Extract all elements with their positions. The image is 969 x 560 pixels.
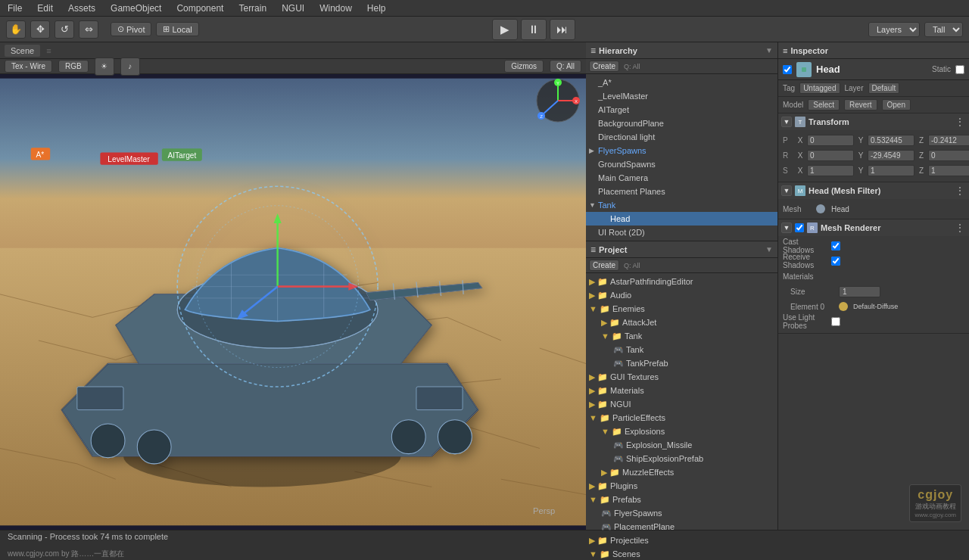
scale-z-field[interactable] <box>928 165 969 176</box>
local-icon: ⊞ <box>163 24 170 34</box>
menu-gameobject[interactable]: GameObject <box>107 2 164 15</box>
mesh-renderer-enabled-checkbox[interactable] <box>795 223 804 232</box>
menu-assets[interactable]: Assets <box>65 2 98 15</box>
receive-shadows-checkbox[interactable] <box>831 257 840 266</box>
light-btn[interactable]: ☀ <box>95 58 114 76</box>
hierarchy-item-placementplanes[interactable]: Placement Planes <box>586 185 777 198</box>
transform-menu-btn[interactable]: ⋮ <box>954 116 966 128</box>
layers-dropdown[interactable]: Layers <box>868 22 920 37</box>
play-button[interactable]: ▶ <box>492 19 518 40</box>
scale-x-field[interactable] <box>807 165 854 176</box>
project-create-btn[interactable]: Create <box>589 260 619 271</box>
project-item-materials[interactable]: ▶ 📁 Materials <box>586 384 777 397</box>
pivot-btn[interactable]: ⊙ Pivot <box>111 22 151 36</box>
project-item-tank-folder[interactable]: ▼ 📁 Tank <box>586 329 777 343</box>
mesh-row: Mesh Head <box>783 202 964 216</box>
static-checkbox[interactable] <box>955 65 964 74</box>
menu-help[interactable]: Help <box>364 2 389 15</box>
hierarchy-content: _A* _LevelMaster AITarget BackgroundPlan… <box>586 74 777 241</box>
hierarchy-item-levelmaster[interactable]: _LevelMaster <box>586 89 777 103</box>
hierarchy-header: ≡ Hierarchy ▼ <box>586 42 777 59</box>
color-mode-btn[interactable]: RGB <box>58 60 89 73</box>
rot-z-field[interactable] <box>928 150 969 161</box>
view-mode-btn[interactable]: Tex - Wire <box>5 60 52 73</box>
hierarchy-item-label: BackgroundPlane <box>598 119 664 128</box>
project-item-flyerspawns-file[interactable]: 🎮 FlyerSpawns <box>586 506 777 520</box>
search-btn[interactable]: Q: All <box>550 60 581 73</box>
project-item-prefabs[interactable]: ▼ 📁 Prefabs <box>586 493 777 506</box>
hierarchy-item-tank[interactable]: ▼ Tank <box>586 198 777 212</box>
object-active-checkbox[interactable] <box>783 65 792 74</box>
local-btn[interactable]: ⊞ Local <box>156 22 198 36</box>
audio-btn[interactable]: ♪ <box>120 58 140 76</box>
hierarchy-item-flyerspawns[interactable]: ▶ FlyerSpawns <box>586 144 777 157</box>
menu-ngui[interactable]: NGUI <box>279 2 307 15</box>
transform-toggle[interactable]: ▼ <box>781 117 792 127</box>
folder-icon: ▶ 📁 <box>589 372 608 382</box>
project-item-plugins[interactable]: ▶ 📁 Plugins <box>586 479 777 493</box>
hierarchy-item-astar[interactable]: _A* <box>586 76 777 89</box>
use-light-probes-checkbox[interactable] <box>831 317 840 326</box>
inspector-header-icon: ≡ <box>783 46 787 55</box>
project-item-ship-explosion[interactable]: 🎮 ShipExplosionPrefab <box>586 452 777 465</box>
project-item-attackjet[interactable]: ▶ 📁 AttackJet <box>586 316 777 329</box>
project-close-icon[interactable]: ▼ <box>765 245 773 254</box>
hierarchy-item-bgplane[interactable]: BackgroundPlane <box>586 117 777 130</box>
scale-tool-btn[interactable]: ⇔ <box>79 20 98 39</box>
scale-y-field[interactable] <box>868 165 914 176</box>
rotate-tool-btn[interactable]: ↺ <box>55 20 74 39</box>
project-item-gui-textures[interactable]: ▶ 📁 GUI Textures <box>586 370 777 384</box>
rot-x-field[interactable] <box>807 150 854 161</box>
move-tool-btn[interactable]: ✥ <box>30 20 50 39</box>
hierarchy-item-maincamera[interactable]: Main Camera <box>586 171 777 185</box>
transform-header[interactable]: ▼ T Transform ⋮ <box>778 114 969 130</box>
scene-canvas[interactable]: A* LevelMaster AITarget Persp Y <box>0 74 586 530</box>
project-item-astar-editor[interactable]: ▶ 📁 AstarPathfindingEditor <box>586 275 777 288</box>
project-item-tank-sub[interactable]: 🎮 Tank <box>586 343 777 356</box>
scene-tab[interactable]: Scene <box>5 45 40 57</box>
menu-component[interactable]: Component <box>173 2 226 15</box>
hierarchy-item-dirlight[interactable]: Directional light <box>586 130 777 144</box>
mesh-renderer-toggle[interactable]: ▼ <box>781 222 792 233</box>
project-item-explosion-missile[interactable]: 🎮 Explosion_Missile <box>586 438 777 452</box>
hierarchy-item-uiroot[interactable]: UI Root (2D) <box>586 226 777 239</box>
pause-button[interactable]: ⏸ <box>521 19 547 40</box>
menu-file[interactable]: File <box>5 2 25 15</box>
project-item-tankprefab[interactable]: 🎮 TankPrefab <box>586 356 777 370</box>
project-item-explosions[interactable]: ▼ 📁 Explosions <box>586 425 777 438</box>
project-item-muzzle[interactable]: ▶ 📁 MuzzleEffects <box>586 465 777 479</box>
project-item-ngui[interactable]: ▶ 📁 NGUI <box>586 397 777 411</box>
menu-terrain[interactable]: Terrain <box>235 2 270 15</box>
pos-y-field[interactable] <box>868 135 914 146</box>
menu-edit[interactable]: Edit <box>34 2 56 15</box>
project-item-particle-effects[interactable]: ▼ 📁 ParticleEffects <box>586 411 777 425</box>
open-btn[interactable]: Open <box>882 99 911 110</box>
mesh-renderer-header[interactable]: ▼ R Mesh Renderer ⋮ <box>778 219 969 236</box>
hand-tool-btn[interactable]: ✋ <box>6 20 26 39</box>
select-btn[interactable]: Select <box>808 99 840 110</box>
hierarchy-item-aitarget[interactable]: AITarget <box>586 103 777 117</box>
step-button[interactable]: ⏭ <box>550 19 575 40</box>
hierarchy-item-head[interactable]: Head <box>586 212 777 226</box>
tag-value[interactable]: Untagged <box>799 82 840 94</box>
mesh-filter-header[interactable]: ▼ M Head (Mesh Filter) ⋮ <box>778 182 969 199</box>
hierarchy-item-groundspawns[interactable]: GroundSpawns <box>586 157 777 171</box>
project-item-audio[interactable]: ▶ 📁 Audio <box>586 288 777 302</box>
layout-dropdown[interactable]: Tall <box>924 22 963 37</box>
mesh-renderer-menu-btn[interactable]: ⋮ <box>954 222 966 234</box>
mesh-filter-toggle[interactable]: ▼ <box>781 185 792 196</box>
layer-value[interactable]: Default <box>868 82 900 94</box>
project-item-enemies[interactable]: ▼ 📁 Enemies <box>586 302 777 316</box>
pos-x-field[interactable] <box>807 135 854 146</box>
size-field[interactable] <box>839 286 880 297</box>
pos-z-field[interactable] <box>928 135 969 146</box>
y-label: Y <box>855 136 866 145</box>
hierarchy-create-btn[interactable]: Create <box>589 61 619 72</box>
menu-window[interactable]: Window <box>316 2 355 15</box>
hierarchy-close-icon[interactable]: ▼ <box>765 46 773 54</box>
gizmos-btn[interactable]: Gizmos <box>504 60 544 73</box>
revert-btn[interactable]: Revert <box>844 99 877 110</box>
mesh-filter-menu-btn[interactable]: ⋮ <box>954 185 966 197</box>
rot-y-field[interactable] <box>868 150 914 161</box>
cast-shadows-checkbox[interactable] <box>831 241 840 250</box>
